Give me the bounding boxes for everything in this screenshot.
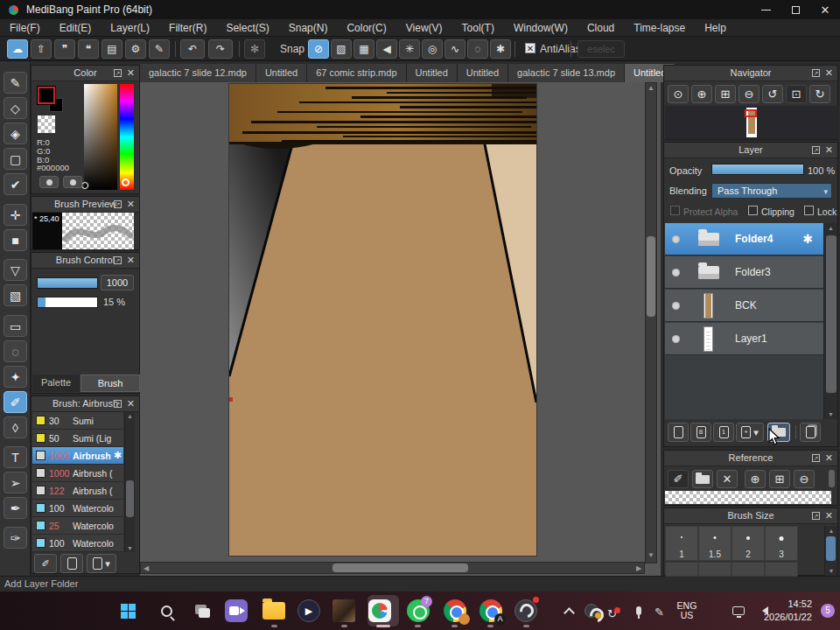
visibility-icon[interactable]	[672, 235, 680, 243]
brush-size-slider[interactable]	[37, 277, 98, 289]
document-settings-button[interactable]: ⚙	[125, 39, 146, 59]
menu-filef[interactable]: File(F)	[0, 19, 50, 37]
brush-size-cell[interactable]	[765, 562, 798, 577]
media-player-icon[interactable]: ▶	[297, 598, 321, 623]
scroll-up-icon[interactable]: ▲	[125, 413, 135, 419]
visibility-icon[interactable]	[672, 335, 680, 343]
snap-vanishing-point-button[interactable]: ◀	[376, 39, 397, 59]
language-indicator[interactable]: ENGUS	[674, 601, 700, 620]
foreground-color-swatch[interactable]	[38, 87, 55, 104]
navigator-thumbnail[interactable]	[665, 106, 838, 139]
brush-opacity-slider[interactable]	[37, 297, 98, 308]
vscroll-thumb[interactable]	[647, 236, 655, 317]
brush-size-cell[interactable]: 1.5	[698, 526, 732, 561]
snap-ellipse-button[interactable]: ◌	[467, 39, 488, 59]
popout-icon[interactable]: ↗	[812, 454, 820, 462]
brush-size-cell[interactable]: 1	[665, 526, 698, 561]
erase-area-tool[interactable]: ◈	[4, 122, 27, 144]
tray-sync-icon[interactable]: ↻	[607, 607, 617, 620]
brush-item[interactable]: 122 Airbrush (	[32, 482, 123, 500]
layer-row-layer1[interactable]: Layer1	[665, 323, 823, 355]
scroll-up-icon[interactable]: ▲	[645, 84, 657, 92]
hue-slider[interactable]	[120, 84, 134, 190]
shape-tool[interactable]: ▢	[4, 148, 27, 170]
viewport-indicator[interactable]	[745, 109, 757, 117]
obs-icon[interactable]	[514, 598, 538, 623]
tray-expand-icon[interactable]	[556, 598, 581, 623]
fit-screen-button[interactable]: ⊞	[715, 85, 736, 103]
zoom-100-button[interactable]: ⊙	[668, 85, 689, 103]
close-button[interactable]: ✕	[810, 0, 840, 19]
brush-item[interactable]: 30 Sumi	[32, 412, 123, 430]
document-tab[interactable]: Untitled	[407, 64, 458, 82]
comment-button[interactable]: ❝	[78, 39, 99, 59]
palette-add-button[interactable]	[39, 176, 59, 188]
popout-icon[interactable]: ↗	[114, 200, 122, 208]
reference-scroll-thumb[interactable]	[829, 470, 835, 487]
canvas-area[interactable]: ▲ ▼ ◀ ▶	[140, 82, 661, 576]
new-canvas-button[interactable]: ✎	[149, 39, 170, 59]
zoom-in-button[interactable]: ⊕	[691, 85, 712, 103]
canvas-vscrollbar[interactable]	[645, 82, 657, 564]
scroll-down-icon[interactable]: ▼	[824, 411, 837, 417]
brush-item[interactable]: 1000 Airbrush (	[32, 465, 123, 482]
menu-help[interactable]: Help	[695, 19, 736, 37]
brush-item[interactable]: 100 Watercolo	[32, 500, 123, 517]
cloud-sync-button[interactable]: ☁	[7, 39, 28, 59]
brush-item[interactable]: 25 Watercolo	[32, 517, 123, 535]
snap-grid-button[interactable]: ▦	[354, 39, 374, 59]
add-8bit-layer-button[interactable]: 8	[690, 423, 711, 442]
snap-off-button[interactable]: ⊘	[308, 39, 329, 59]
brush-pick-button[interactable]: ✐	[34, 554, 57, 573]
layer-row-folder3[interactable]: Folder3	[665, 256, 823, 289]
popout-icon[interactable]: ↗	[114, 256, 122, 264]
palette-pick-button[interactable]	[63, 176, 82, 188]
menu-timelapse[interactable]: Time-lapse	[624, 19, 695, 37]
brush-size-cell[interactable]	[732, 562, 765, 577]
antialiasing-checkbox[interactable]: ✕	[525, 43, 536, 53]
reference-pick-button[interactable]: ✐	[668, 470, 689, 488]
hscroll-thumb[interactable]	[332, 564, 468, 572]
menu-filterr[interactable]: Filter(R)	[159, 19, 216, 37]
sv-cursor-icon[interactable]	[81, 182, 88, 189]
menu-toolt[interactable]: Tool(T)	[452, 19, 504, 37]
select-rect-tool[interactable]: ▭	[4, 315, 27, 337]
popout-icon[interactable]: ↗	[812, 512, 820, 520]
upload-button[interactable]: ⇧	[31, 39, 52, 59]
layer-list-scrollbar[interactable]: ▲ ▼	[823, 223, 837, 419]
chrome-profile1-icon[interactable]	[443, 598, 467, 623]
popout-icon[interactable]: ↗	[812, 146, 820, 154]
canvas-page[interactable]	[229, 84, 536, 556]
add-1bit-layer-button[interactable]: 1	[713, 423, 734, 442]
tab-brush-control[interactable]: Brush Control	[80, 374, 140, 392]
tab-palette[interactable]: Palette	[32, 374, 80, 392]
menu-viewv[interactable]: View(V)	[396, 19, 452, 37]
close-icon[interactable]: ✕	[825, 452, 833, 464]
reference-clear-button[interactable]: ✕	[717, 470, 738, 488]
tray-app-icon[interactable]	[579, 598, 604, 623]
clock[interactable]: 14:52 2026/01/22	[764, 598, 812, 624]
eraser-tool[interactable]: ◇	[4, 97, 27, 119]
brush-list-scrollbar[interactable]: ▲ ▼	[124, 412, 135, 552]
brush-size-cell[interactable]	[665, 562, 698, 577]
clipping-checkbox[interactable]	[748, 206, 758, 215]
text-tool[interactable]: T	[4, 446, 27, 468]
snap-concentric-button[interactable]: ◎	[422, 39, 443, 59]
lock-checkbox[interactable]	[804, 206, 814, 215]
popout-icon[interactable]: ↗	[114, 400, 122, 408]
gear-icon[interactable]: ✱	[114, 450, 122, 461]
add-brush-button[interactable]	[60, 554, 83, 573]
menu-selects[interactable]: Select(S)	[216, 19, 278, 37]
close-icon[interactable]: ✕	[127, 67, 135, 79]
operation-tool[interactable]: ➢	[4, 472, 27, 494]
layer-row-bck[interactable]: BCK	[665, 290, 823, 322]
snap-radial-button[interactable]: ✳	[399, 39, 420, 59]
start-button[interactable]	[116, 598, 140, 623]
zoom-out-button[interactable]: ⊖	[738, 85, 760, 103]
add-layer-button[interactable]	[668, 423, 689, 442]
medibang-taskbar-icon[interactable]	[368, 598, 392, 623]
close-icon[interactable]: ✕	[127, 398, 135, 410]
hue-cursor-icon[interactable]	[122, 178, 130, 186]
close-icon[interactable]: ✕	[127, 255, 135, 266]
photo-app-icon[interactable]	[332, 598, 356, 623]
